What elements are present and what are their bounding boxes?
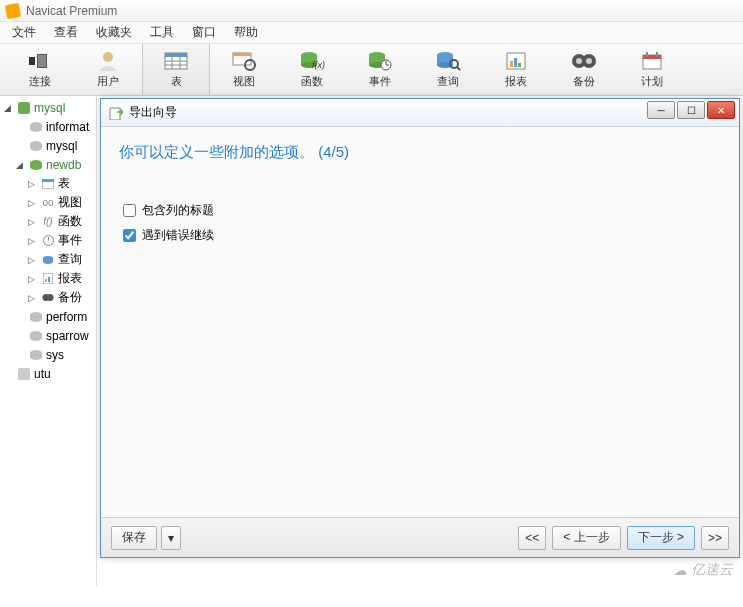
next-button[interactable]: 下一步 >: [627, 526, 695, 550]
tool-func[interactable]: f(x) 函数: [278, 44, 346, 95]
report-icon: [41, 272, 55, 286]
svg-rect-2: [38, 55, 46, 67]
tree-views[interactable]: ▷oo 视图: [0, 193, 96, 212]
include-header-checkbox[interactable]: [123, 204, 136, 217]
tool-user[interactable]: 用户: [74, 44, 142, 95]
tree-tables[interactable]: ▷ 表: [0, 174, 96, 193]
svg-rect-0: [29, 57, 35, 65]
dialog-heading: 你可以定义一些附加的选项。 (4/5): [119, 143, 721, 162]
menubar: 文件 查看 收藏夹 工具 窗口 帮助: [0, 22, 743, 44]
last-button[interactable]: >>: [701, 526, 729, 550]
svg-rect-30: [514, 58, 517, 67]
collapse-icon[interactable]: ◢: [16, 160, 26, 170]
tree-db-sys[interactable]: sys: [0, 345, 96, 364]
include-header-label: 包含列的标题: [142, 202, 214, 219]
tree-db-information[interactable]: informat: [0, 117, 96, 136]
tool-query[interactable]: 查询: [414, 44, 482, 95]
backup-icon: [41, 291, 55, 305]
tree-db-mysql[interactable]: mysql: [0, 136, 96, 155]
close-button[interactable]: ✕: [707, 101, 735, 119]
tree-events[interactable]: ▷ 事件: [0, 231, 96, 250]
clock-icon: [41, 234, 55, 248]
user-icon: [94, 50, 122, 72]
tree-db-perform[interactable]: perform: [0, 307, 96, 326]
tree-reports[interactable]: ▷ 报表: [0, 269, 96, 288]
plug-icon: [26, 50, 54, 72]
svg-rect-31: [518, 63, 521, 67]
checkbox-continue-on-error[interactable]: 遇到错误继续: [119, 227, 721, 244]
checkbox-include-header[interactable]: 包含列的标题: [119, 202, 721, 219]
tree-backups[interactable]: ▷ 备份: [0, 288, 96, 307]
tree-db-sparrow[interactable]: sparrow: [0, 326, 96, 345]
tree-utu-conn[interactable]: utu: [0, 364, 96, 383]
expand-icon[interactable]: ▷: [28, 179, 38, 189]
toolbar: 连接 用户 表 视图 f(x) 函数 事件 查询: [0, 44, 743, 96]
database-icon: [29, 348, 43, 362]
menu-view[interactable]: 查看: [54, 24, 78, 41]
cloud-icon: ☁: [673, 562, 687, 578]
table-icon: [41, 177, 55, 191]
save-dropdown-button[interactable]: ▾: [161, 526, 181, 550]
server-icon: [17, 101, 31, 115]
svg-rect-5: [165, 53, 187, 57]
svg-rect-47: [48, 277, 50, 282]
svg-line-27: [457, 67, 460, 70]
svg-rect-40: [18, 102, 30, 114]
save-button[interactable]: 保存: [111, 526, 157, 550]
collapse-icon[interactable]: ◢: [4, 103, 14, 113]
tree-db-newdb[interactable]: ◢ newdb: [0, 155, 96, 174]
dialog-title: 导出向导: [129, 104, 177, 121]
tool-backup[interactable]: 备份: [550, 44, 618, 95]
backup-icon: [570, 50, 598, 72]
menu-file[interactable]: 文件: [12, 24, 36, 41]
svg-point-3: [103, 52, 113, 62]
menu-window[interactable]: 窗口: [192, 24, 216, 41]
svg-text:f(x): f(x): [312, 60, 325, 70]
database-icon: [29, 310, 43, 324]
app-title: Navicat Premium: [26, 4, 117, 18]
continue-on-error-checkbox[interactable]: [123, 229, 136, 242]
event-icon: [366, 50, 394, 72]
svg-point-35: [586, 58, 592, 64]
tool-plan[interactable]: 计划: [618, 44, 686, 95]
menu-help[interactable]: 帮助: [234, 24, 258, 41]
report-icon: [502, 50, 530, 72]
tree-queries[interactable]: ▷ 查询: [0, 250, 96, 269]
connection-tree: ◢ mysql informat mysql ◢ newdb ▷ 表 ▷oo 视…: [0, 96, 97, 586]
svg-rect-50: [18, 368, 30, 380]
first-button[interactable]: <<: [518, 526, 546, 550]
export-wizard-dialog: 导出向导 ─ ☐ ✕ 你可以定义一些附加的选项。 (4/5) 包含列的标题 遇到…: [100, 98, 740, 558]
query-icon: [434, 50, 462, 72]
tool-table[interactable]: 表: [142, 44, 210, 95]
dialog-footer: 保存 ▾ << < 上一步 下一步 > >>: [101, 517, 739, 557]
tree-mysql-conn[interactable]: ◢ mysql: [0, 98, 96, 117]
svg-rect-37: [643, 55, 661, 59]
view-icon: oo: [41, 196, 55, 210]
server-icon: [17, 367, 31, 381]
tool-connect[interactable]: 连接: [6, 44, 74, 95]
tree-functions[interactable]: ▷f() 函数: [0, 212, 96, 231]
svg-rect-42: [42, 179, 54, 182]
table-icon: [162, 50, 190, 72]
tool-view[interactable]: 视图: [210, 44, 278, 95]
menu-tools[interactable]: 工具: [150, 24, 174, 41]
prev-button[interactable]: < 上一步: [552, 526, 620, 550]
export-icon: [109, 106, 123, 120]
function-icon: f(x): [298, 50, 326, 72]
minimize-button[interactable]: ─: [647, 101, 675, 119]
database-icon: [29, 158, 43, 172]
menu-favorites[interactable]: 收藏夹: [96, 24, 132, 41]
tool-report[interactable]: 报表: [482, 44, 550, 95]
database-icon: [29, 120, 43, 134]
maximize-button[interactable]: ☐: [677, 101, 705, 119]
function-icon: f(): [41, 215, 55, 229]
view-icon: [230, 50, 258, 72]
svg-rect-29: [510, 61, 513, 67]
svg-rect-11: [233, 53, 251, 56]
svg-point-33: [576, 58, 582, 64]
chevron-down-icon: ▾: [168, 531, 174, 545]
database-icon: [29, 139, 43, 153]
app-titlebar: Navicat Premium: [0, 0, 743, 22]
database-icon: [29, 329, 43, 343]
tool-event[interactable]: 事件: [346, 44, 414, 95]
